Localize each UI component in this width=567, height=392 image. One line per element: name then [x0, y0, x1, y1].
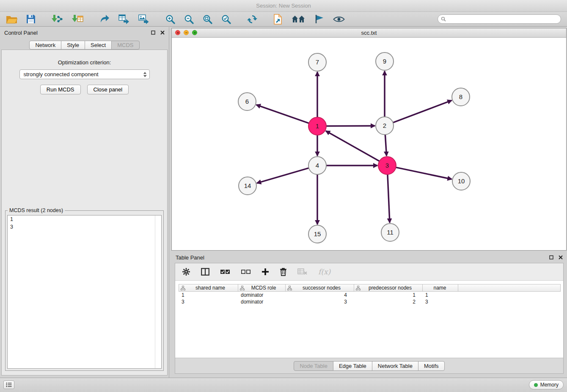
- cell-name[interactable]: 1: [422, 292, 458, 298]
- minimize-window-button[interactable]: [184, 30, 189, 35]
- table-panel-float-button[interactable]: [549, 255, 553, 259]
- criterion-dropdown[interactable]: strongly connected component: [19, 69, 150, 79]
- mcds-result-list[interactable]: 1 3: [7, 215, 162, 369]
- svg-text:1: 1: [316, 122, 319, 130]
- zoom-selected-button[interactable]: [221, 13, 231, 25]
- zoom-out-button[interactable]: [184, 13, 194, 25]
- network-edge-4-14[interactable]: [257, 168, 309, 183]
- deselect-all-rows-button[interactable]: [241, 269, 251, 274]
- cell-name[interactable]: 3: [422, 299, 458, 305]
- table-row[interactable]: 1 dominator 4 1 1: [179, 292, 561, 298]
- export-table-button[interactable]: [118, 13, 129, 25]
- control-panel-float-button[interactable]: [151, 30, 155, 35]
- cell-mcds-role[interactable]: dominator: [238, 299, 285, 305]
- tab-network-table[interactable]: Network Table: [372, 361, 418, 371]
- network-node-4[interactable]: 4: [308, 157, 326, 174]
- network-node-14[interactable]: 14: [239, 177, 256, 195]
- cell-predecessor-nodes[interactable]: 2: [354, 299, 422, 305]
- cell-shared-name[interactable]: 1: [179, 292, 238, 298]
- open-session-button[interactable]: [6, 13, 17, 25]
- zoom-fit-icon: [203, 14, 212, 24]
- network-edge-1-2[interactable]: [326, 126, 375, 126]
- network-edge-3-11[interactable]: [388, 174, 390, 223]
- trash-icon: [280, 268, 287, 276]
- tab-select[interactable]: Select: [85, 41, 112, 50]
- svg-text:6: 6: [245, 98, 249, 105]
- cell-predecessor-nodes[interactable]: 1: [354, 292, 422, 298]
- select-all-rows-button[interactable]: [220, 269, 230, 274]
- run-mcds-button[interactable]: Run MCDS: [40, 85, 81, 94]
- network-canvas[interactable]: 7968124314101511: [172, 38, 566, 250]
- mcds-result-box: MCDS result (2 nodes) 1 3: [5, 207, 164, 371]
- tab-network[interactable]: Network: [29, 41, 61, 50]
- result-item[interactable]: 1: [8, 215, 161, 223]
- maximize-window-button[interactable]: [192, 30, 197, 35]
- network-node-1[interactable]: 1: [308, 117, 326, 135]
- column-header-name[interactable]: name: [423, 284, 458, 291]
- tab-style[interactable]: Style: [61, 41, 85, 50]
- network-node-11[interactable]: 11: [381, 224, 399, 241]
- function-builder-button[interactable]: f(x): [318, 268, 330, 276]
- network-node-8[interactable]: 8: [452, 88, 470, 106]
- refresh-view-button[interactable]: [247, 13, 257, 25]
- column-header-mcds-role[interactable]: MCDS role: [238, 284, 286, 291]
- cell-shared-name[interactable]: 3: [179, 299, 238, 305]
- zoom-in-button[interactable]: [165, 13, 175, 25]
- show-columns-button[interactable]: [201, 268, 209, 276]
- create-column-button[interactable]: [261, 268, 269, 276]
- export-image-button[interactable]: [138, 13, 149, 25]
- search-input[interactable]: [438, 14, 561, 24]
- network-node-6[interactable]: 6: [238, 93, 256, 110]
- network-edge-1-6[interactable]: [256, 105, 309, 123]
- result-item[interactable]: 3: [8, 223, 161, 231]
- column-type-icon: [356, 286, 361, 290]
- delete-column-button[interactable]: [280, 268, 287, 276]
- delete-table-button[interactable]: [297, 268, 308, 276]
- cell-successor-nodes[interactable]: 3: [285, 299, 354, 305]
- network-node-15[interactable]: 15: [308, 225, 326, 243]
- network-edge-2-8[interactable]: [393, 100, 452, 122]
- search-icon: [441, 17, 446, 22]
- open-network-file-button[interactable]: [273, 13, 283, 25]
- import-network-icon: [52, 14, 63, 24]
- table-row[interactable]: 3 dominator 3 2 3: [179, 298, 561, 305]
- network-edge-3-1[interactable]: [326, 131, 380, 161]
- tab-node-table[interactable]: Node Table: [294, 361, 333, 371]
- svg-text:14: 14: [244, 182, 251, 189]
- table-panel-close-button[interactable]: [559, 255, 563, 259]
- zoom-fit-button[interactable]: [203, 13, 212, 25]
- column-header-predecessor-nodes[interactable]: predecessor nodes: [354, 284, 423, 291]
- column-header-shared-name[interactable]: shared name: [179, 284, 238, 291]
- cell-mcds-role[interactable]: dominator: [238, 292, 285, 298]
- network-node-3[interactable]: 3: [378, 157, 396, 174]
- import-network-button[interactable]: [52, 13, 63, 25]
- status-bar: Memory: [0, 378, 567, 392]
- memory-button[interactable]: Memory: [529, 380, 564, 389]
- save-session-button[interactable]: [26, 13, 36, 25]
- home-button[interactable]: [292, 13, 305, 25]
- network-node-9[interactable]: 9: [376, 52, 394, 70]
- network-node-7[interactable]: 7: [308, 53, 326, 71]
- network-node-10[interactable]: 10: [452, 172, 470, 190]
- network-edge-3-10[interactable]: [396, 167, 452, 179]
- graphics-details-button[interactable]: [314, 13, 324, 25]
- optimization-criterion-label: Optimization criterion:: [2, 59, 167, 66]
- svg-text:4: 4: [316, 162, 319, 169]
- tab-motifs[interactable]: Motifs: [418, 361, 445, 371]
- network-window-titlebar[interactable]: scc.txt: [172, 28, 566, 38]
- control-panel-close-button[interactable]: [160, 30, 165, 35]
- close-panel-button[interactable]: Close panel: [87, 85, 129, 94]
- float-icon: [549, 255, 553, 259]
- import-table-button[interactable]: [72, 13, 83, 25]
- network-edge-2-3[interactable]: [385, 135, 386, 156]
- cell-successor-nodes[interactable]: 4: [285, 292, 354, 298]
- network-node-2[interactable]: 2: [376, 117, 394, 135]
- export-network-button[interactable]: [99, 13, 110, 25]
- task-history-button[interactable]: [3, 381, 14, 389]
- tab-mcds[interactable]: MCDS: [111, 41, 139, 50]
- show-hide-button[interactable]: [333, 13, 345, 25]
- tab-edge-table[interactable]: Edge Table: [333, 361, 372, 371]
- table-settings-button[interactable]: [182, 268, 190, 276]
- column-header-successor-nodes[interactable]: successor nodes: [286, 284, 354, 291]
- close-window-button[interactable]: [175, 30, 180, 35]
